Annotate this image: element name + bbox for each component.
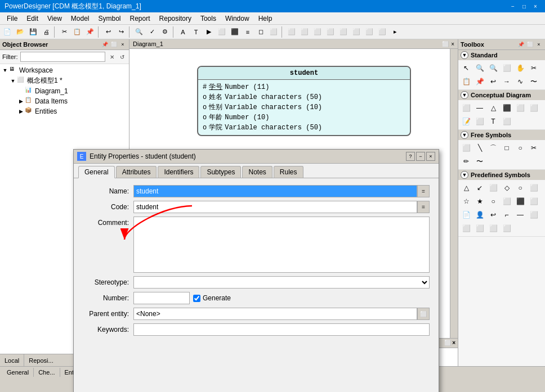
cut-button[interactable]: ✂ (58, 26, 70, 38)
pred-icon3[interactable]: ⬜ (473, 222, 486, 235)
data-items-expander[interactable]: ▶ (17, 98, 25, 104)
pred-icon4[interactable]: ⬜ (487, 222, 499, 235)
undo-button[interactable]: ↩ (102, 26, 114, 38)
dialog-window-controls[interactable]: ? − × (406, 152, 435, 161)
filter-clear-button[interactable]: ✕ (108, 52, 117, 61)
pred-arrow[interactable]: ↙ (473, 182, 486, 194)
tree-workspace[interactable]: ▼ 🖥 Workspace (1, 65, 128, 75)
entity-tool[interactable]: ⬜ (460, 102, 472, 114)
tb-btn-15[interactable]: ⬜ (363, 26, 376, 38)
note-tool[interactable]: 📝 (460, 115, 472, 128)
stereotype-select[interactable] (133, 276, 430, 289)
tb-btn-3[interactable]: ▶ (203, 26, 215, 38)
new-button[interactable]: 📄 (1, 26, 14, 38)
close-button[interactable]: × (530, 1, 540, 11)
tb-btn-2[interactable]: T (190, 26, 202, 38)
check-button[interactable]: ✓ (146, 26, 158, 38)
code-btn[interactable]: = (417, 201, 430, 213)
menu-help[interactable]: Help (254, 13, 277, 24)
redo-button[interactable]: ↪ (115, 26, 127, 38)
tb-btn-17[interactable]: ▸ (389, 26, 401, 38)
bottom-tab-general[interactable]: General (2, 368, 34, 377)
generate-button[interactable]: ⚙ (159, 26, 171, 38)
tb-btn-6[interactable]: ≡ (242, 26, 254, 38)
diagram-close-button[interactable]: × (451, 41, 454, 47)
menu-model[interactable]: Model (66, 13, 94, 24)
pred-arr2[interactable]: ↩ (487, 209, 499, 221)
tb-btn-16[interactable]: ⬜ (376, 26, 388, 38)
parent-entity-browse[interactable]: ⬜ (417, 308, 430, 320)
tab-notes[interactable]: Notes (242, 166, 272, 178)
zoom-in-tool[interactable]: 🔍 (473, 62, 486, 74)
group-tool[interactable]: ⬜ (501, 115, 513, 128)
curve-tool[interactable]: ∿ (514, 75, 526, 88)
paste-button[interactable]: 📌 (84, 26, 96, 38)
tb-btn-12[interactable]: ⬜ (324, 26, 337, 38)
menu-symbol[interactable]: Symbol (94, 13, 126, 24)
entities-expander[interactable]: ▶ (17, 109, 25, 114)
text-tool[interactable]: T (487, 115, 499, 128)
toolbox-close[interactable]: × (535, 40, 543, 48)
repo-tab[interactable]: Reposi... (24, 354, 57, 366)
dialog-minimize[interactable]: − (416, 152, 425, 161)
link2-tool[interactable]: ⬜ (473, 115, 486, 128)
tb-btn-8[interactable]: ⬜ (267, 26, 280, 38)
rel-tool[interactable]: ⬛ (501, 102, 513, 114)
pred-triangle[interactable]: △ (460, 182, 472, 194)
pred-line[interactable]: — (514, 209, 526, 221)
menu-view[interactable]: View (43, 13, 66, 24)
pointer-tool[interactable]: ↖ (460, 62, 472, 74)
tb-btn-7[interactable]: ◻ (254, 26, 267, 38)
tab-rules[interactable]: Rules (274, 166, 303, 178)
pred-doc[interactable]: 📄 (460, 209, 472, 221)
tree-entities[interactable]: ▶ 📦 Entities (17, 106, 128, 116)
menu-file[interactable]: File (2, 13, 22, 24)
menu-repository[interactable]: Repository (155, 13, 196, 24)
predefined-collapse[interactable]: ▼ (461, 171, 468, 179)
wave-tool[interactable]: 〜 (528, 75, 540, 88)
code-input[interactable] (133, 201, 417, 213)
panel-controls[interactable]: 📌 ⬜ × (101, 40, 127, 48)
tb-btn-10[interactable]: ⬜ (298, 26, 311, 38)
open-button[interactable]: 📂 (14, 26, 26, 38)
save-button[interactable]: 💾 (27, 26, 39, 38)
toolbox-free-header[interactable]: ▼ Free Symbols (458, 130, 545, 140)
diagram-float-button[interactable]: ⬜ (442, 41, 449, 47)
free-icon-3[interactable]: ⌒ (487, 142, 499, 154)
pred-rect[interactable]: ⬜ (487, 182, 499, 194)
tree-diagram[interactable]: 📊 Diagram_1 (17, 86, 128, 96)
pred-icon1[interactable]: ⬜ (528, 209, 540, 221)
minimize-button[interactable]: − (508, 1, 518, 11)
pred-circle[interactable]: ○ (514, 182, 526, 194)
output-float[interactable]: ⬜ (444, 340, 451, 346)
link-tool[interactable]: ↩ (487, 75, 499, 88)
toolbox-controls[interactable]: 📌 ⬜ × (517, 40, 543, 48)
toolbox-pin[interactable]: 📌 (517, 40, 525, 48)
hand-tool[interactable]: ✋ (514, 62, 526, 74)
pred-box2[interactable]: ⬛ (514, 195, 526, 208)
arrow-tool[interactable]: → (501, 75, 513, 88)
tb-btn-5[interactable]: ⬛ (229, 26, 241, 38)
generate-checkbox[interactable] (193, 295, 200, 302)
toolbox-conceptual-header[interactable]: ▼ Conceptual Diagram (458, 90, 545, 100)
float-button[interactable]: ⬜ (110, 40, 118, 48)
window-controls[interactable]: − □ × (508, 1, 540, 11)
toolbox-predefined-header[interactable]: ▼ Predefined Symbols (458, 170, 545, 180)
shortcut-tool[interactable]: ⬜ (528, 102, 540, 114)
pred-brace[interactable]: ⌐ (501, 209, 513, 221)
pred-icon5[interactable]: ⬜ (501, 222, 513, 235)
name-btn[interactable]: = (417, 185, 430, 197)
keywords-input[interactable] (133, 323, 430, 336)
assoc-tool[interactable]: — (473, 102, 486, 114)
pred-oval2[interactable]: ○ (487, 195, 499, 208)
free-icon-2[interactable]: ╲ (473, 142, 486, 154)
paste-tool[interactable]: 📌 (473, 75, 486, 88)
toolbox-float[interactable]: ⬜ (526, 40, 534, 48)
tb-btn-14[interactable]: ⬜ (350, 26, 363, 38)
cut-tool[interactable]: ✂ (528, 62, 540, 74)
copy-button[interactable]: 📋 (71, 26, 83, 38)
pred-diamond[interactable]: ◇ (501, 182, 513, 194)
close-panel-button[interactable]: × (119, 40, 127, 48)
free-icon-6[interactable]: ✂ (528, 142, 540, 154)
domain-tool[interactable]: ⬜ (514, 102, 526, 114)
